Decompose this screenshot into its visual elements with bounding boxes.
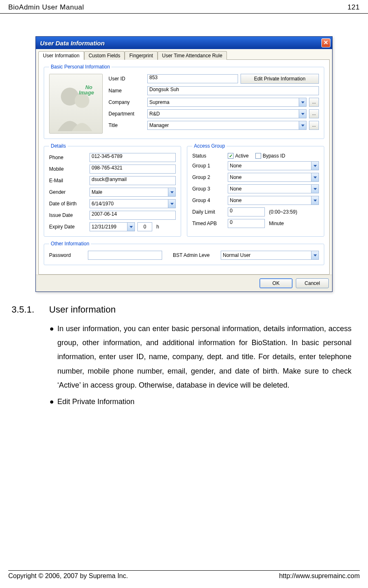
email-label: E-Mail — [49, 178, 87, 183]
admin-level-combo[interactable]: Normal User — [221, 251, 319, 260]
department-combo[interactable]: R&D — [147, 109, 307, 118]
section-number: 3.5.1. — [12, 304, 34, 315]
phone-input[interactable]: 012-345-6789 — [90, 153, 176, 162]
user-id-input[interactable]: 853 — [147, 74, 238, 83]
password-input[interactable] — [88, 251, 162, 260]
email-input[interactable]: dsuck@anymail — [90, 176, 176, 185]
apb-label: Timed APB — [192, 221, 225, 226]
issue-input[interactable]: 2007-06-14 — [90, 211, 176, 220]
group1-label: Group 1 — [192, 163, 225, 169]
expiry-combo[interactable]: 12/31/2199 — [90, 222, 135, 231]
name-input[interactable]: Dongsuk Suh — [147, 86, 319, 95]
mobile-input[interactable]: 098-765-4321 — [90, 165, 176, 174]
bypass-checkbox[interactable]: Bypass ID — [255, 153, 285, 159]
page-footer: Copyright © 2006, 2007 by Suprema Inc. h… — [8, 570, 360, 580]
bpi-legend: Basic Personal Information — [49, 64, 111, 70]
expiry-label: Expiry Date — [49, 224, 87, 230]
details-group: Details Phone012-345-6789 Mobile098-765-… — [44, 143, 181, 237]
expiry-unit: h — [156, 224, 159, 230]
user-id-label: User ID — [109, 76, 145, 82]
title-label: Title — [109, 122, 145, 128]
ok-button[interactable]: OK — [259, 278, 293, 288]
page-header: BioAdmin User Manual 121 — [0, 0, 368, 14]
access-group: Access Group Status ✓Active Bypass ID Gr… — [187, 143, 324, 237]
group4-label: Group 4 — [192, 198, 225, 203]
dob-label: Date of Birth — [49, 201, 87, 207]
apb-input[interactable]: 0 — [228, 219, 265, 228]
body-text: ● In user information, you can enter bas… — [50, 322, 351, 409]
details-legend: Details — [49, 143, 68, 149]
basic-personal-info-group: Basic Personal Information No Image — [44, 64, 324, 139]
group1-combo[interactable]: None — [228, 161, 319, 170]
dialog-title: User Data Information — [40, 40, 105, 47]
chevron-down-icon[interactable] — [311, 173, 318, 181]
mobile-label: Mobile — [49, 166, 87, 172]
tab-body: Basic Personal Information No Image — [38, 59, 330, 275]
status-label: Status — [192, 153, 225, 159]
chevron-down-icon[interactable] — [168, 188, 175, 196]
tab-time-attendance[interactable]: User Time Attendance Rule — [158, 51, 227, 60]
dob-combo[interactable]: 6/14/1970 — [90, 199, 176, 208]
company-browse-button[interactable]: ... — [309, 98, 319, 107]
chevron-down-icon[interactable] — [311, 251, 318, 259]
tabs-area: User Information Custom Fields Fingerpri… — [36, 49, 332, 275]
gender-combo[interactable]: Male — [90, 188, 176, 197]
tab-custom-fields[interactable]: Custom Fields — [84, 51, 125, 60]
tabs: User Information Custom Fields Fingerpri… — [38, 51, 330, 59]
apb-unit: Minute — [269, 221, 284, 226]
admin-level-label: BST Admin Leve — [173, 252, 218, 258]
expiry-hours-input[interactable] — [137, 222, 152, 231]
chevron-down-icon[interactable] — [299, 121, 306, 129]
user-photo[interactable]: No Image — [49, 74, 103, 134]
tab-fingerprint[interactable]: Fingerprint — [125, 51, 157, 60]
svg-text:No: No — [85, 84, 92, 90]
title-browse-button[interactable]: ... — [309, 121, 319, 130]
daily-limit-label: Daily Limit — [192, 209, 225, 215]
daily-limit-input[interactable]: 0 — [228, 207, 265, 216]
user-data-dialog: User Data Information ✕ User Information… — [35, 36, 333, 292]
issue-label: Issue Date — [49, 212, 87, 218]
edit-private-info-button[interactable]: Edit Private Information — [241, 74, 319, 84]
chevron-down-icon[interactable] — [299, 110, 306, 118]
group4-combo[interactable]: None — [228, 196, 319, 205]
close-button[interactable]: ✕ — [321, 38, 330, 47]
chevron-down-icon[interactable] — [311, 162, 318, 170]
titlebar[interactable]: User Data Information ✕ — [36, 37, 332, 49]
name-label: Name — [109, 88, 145, 94]
chevron-down-icon[interactable] — [168, 200, 175, 208]
daily-hint: (0:00~23:59) — [269, 209, 297, 215]
bullet1-text: In user information, you can enter basic… — [57, 322, 351, 392]
department-browse-button[interactable]: ... — [309, 109, 319, 118]
checkbox-icon — [255, 153, 261, 159]
footer-url: http://www.supremainc.com — [279, 572, 360, 580]
company-combo[interactable]: Suprema — [147, 98, 307, 107]
chevron-down-icon[interactable] — [311, 196, 318, 205]
chevron-down-icon[interactable] — [311, 185, 318, 193]
header-page: 121 — [347, 3, 360, 12]
access-legend: Access Group — [192, 143, 226, 149]
group2-label: Group 2 — [192, 174, 225, 180]
active-checkbox[interactable]: ✓Active — [228, 153, 249, 159]
section-title: User information — [49, 304, 116, 315]
title-combo[interactable]: Manager — [147, 121, 307, 130]
bullet-icon: ● — [50, 395, 54, 409]
company-label: Company — [109, 99, 145, 105]
svg-text:Image: Image — [79, 89, 94, 96]
phone-label: Phone — [49, 155, 87, 160]
chevron-down-icon[interactable] — [299, 98, 306, 106]
tab-user-information[interactable]: User Information — [38, 51, 84, 60]
bullet-icon: ● — [50, 322, 54, 392]
group3-label: Group 3 — [192, 186, 225, 192]
password-label: Password — [49, 252, 85, 258]
bullet2-text: Edit Private Information — [57, 395, 134, 409]
department-label: Department — [109, 111, 145, 117]
cancel-button[interactable]: Cancel — [296, 278, 329, 288]
chevron-down-icon[interactable] — [127, 223, 134, 231]
checkbox-icon: ✓ — [228, 153, 234, 159]
section-heading: 3.5.1. User information — [12, 304, 356, 315]
group3-combo[interactable]: None — [228, 184, 319, 193]
footer-copyright: Copyright © 2006, 2007 by Suprema Inc. — [8, 572, 128, 580]
other-info-group: Other Information Password BST Admin Lev… — [44, 241, 324, 265]
group2-combo[interactable]: None — [228, 173, 319, 182]
other-legend: Other Information — [49, 241, 91, 247]
